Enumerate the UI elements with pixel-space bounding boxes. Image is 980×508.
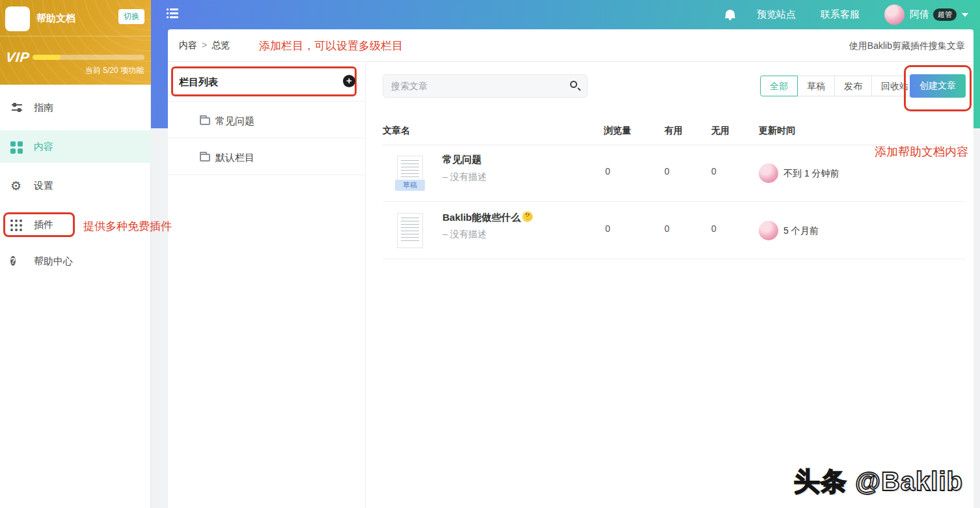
article-description: – 没有描述 (442, 229, 487, 240)
vip-logo: VIP (5, 49, 31, 65)
sidebar-item-label: 插件 (34, 219, 53, 231)
site-logo (5, 7, 30, 31)
table-row[interactable]: 草稿 常见问题 – 没有描述 0 0 0 不到 1 分钟前 (383, 145, 965, 202)
site-title: 帮助文档 (36, 12, 75, 25)
article-thumbnail (397, 213, 423, 248)
dots-grid-icon (10, 218, 23, 231)
column-header-article-name: 文章名 (383, 125, 410, 137)
table-row[interactable]: Baklib能做些什么🤔 – 没有描述 0 0 0 5 个月前 (383, 202, 965, 259)
sidebar-item-label: 设置 (34, 180, 53, 192)
vip-progress-fill (33, 55, 61, 60)
updated-time: 不到 1 分钟前 (783, 168, 839, 180)
useful-count: 0 (664, 166, 670, 176)
column-header-views: 浏览量 (604, 125, 631, 137)
annotation-plugins-text: 提供多种免费插件 (83, 219, 172, 234)
sidebar-item-guide[interactable]: 指南 (0, 93, 151, 122)
user-avatar (884, 5, 905, 25)
folder-icon (200, 154, 210, 162)
breadcrumb-separator: > (202, 40, 207, 50)
sidebar-header-divider (0, 36, 151, 36)
preview-site-link[interactable]: 预览站点 (757, 8, 796, 21)
search-input[interactable] (383, 74, 588, 98)
sidebar-item-help-center[interactable]: ? 帮助中心 (0, 247, 151, 275)
breadcrumb-current: 总览 (211, 40, 230, 50)
gear-icon: ⚙ (10, 179, 23, 192)
folder-icon (200, 117, 210, 125)
column-item-faq[interactable]: 常见问题 (168, 101, 366, 138)
notification-bell-icon[interactable] (725, 8, 736, 21)
column-item-label: 常见问题 (215, 115, 254, 128)
breadcrumb-section[interactable]: 内容 (179, 40, 197, 50)
vip-progress-caption: 当前 5/20 项功能 (85, 65, 144, 76)
column-item-default[interactable]: 默认栏目 (168, 138, 366, 175)
column-list-panel: 栏目列表 + 常见问题 默认栏目 (168, 62, 366, 508)
sidebar-item-label: 帮助中心 (34, 255, 73, 268)
article-description: – 没有描述 (442, 171, 487, 183)
contact-support-link[interactable]: 联系客服 (821, 8, 860, 21)
editor-avatar (759, 163, 778, 183)
sidebar-item-label: 指南 (34, 102, 53, 114)
watermark: 头条 @Baklib (794, 464, 963, 500)
column-header-useless: 无用 (711, 125, 729, 137)
sidebar: 帮助文档 切换 VIP 当前 5/20 项功能 指南 内容 ⚙ 设置 插件 (0, 0, 151, 508)
column-list-title: 栏目列表 (179, 76, 218, 89)
thinking-face-emoji: 🤔 (522, 211, 533, 222)
grid-icon (10, 140, 23, 153)
status-filter-group: 全部 草稿 发布 回收站 (760, 76, 918, 96)
article-title[interactable]: Baklib能做些什么🤔 (442, 211, 533, 224)
views-count: 0 (605, 166, 610, 176)
vip-progress-bar (33, 55, 144, 60)
editor-avatar (759, 221, 778, 240)
hamburger-menu-icon[interactable] (167, 8, 178, 19)
clip-plugin-hint: 使用Baklib剪藏插件搜集文章 (849, 40, 965, 52)
draft-status-badge: 草稿 (395, 180, 425, 191)
search-box (383, 74, 588, 98)
username: 阿倩 (910, 8, 929, 21)
main-card: 内容>总览 添加栏目，可以设置多级栏目 使用Baklib剪藏插件搜集文章 栏目列… (168, 29, 973, 508)
add-column-button[interactable]: + (343, 75, 355, 87)
filter-published[interactable]: 发布 (834, 76, 872, 96)
role-badge: 超管 (933, 8, 957, 21)
app-root: 预览站点 联系客服 阿倩 超管 帮助文档 切换 VIP 当前 5/20 项功能 … (0, 0, 980, 508)
column-header-useful: 有用 (664, 125, 683, 137)
sidebar-item-settings[interactable]: ⚙ 设置 (0, 171, 151, 200)
views-count: 0 (605, 223, 610, 234)
filter-draft[interactable]: 草稿 (797, 76, 835, 96)
useless-count: 0 (711, 223, 716, 234)
breadcrumb: 内容>总览 (179, 40, 230, 51)
column-item-label: 默认栏目 (215, 152, 254, 164)
updated-time: 5 个月前 (783, 225, 819, 237)
useful-count: 0 (664, 223, 670, 234)
switch-site-button[interactable]: 切换 (118, 9, 144, 24)
user-menu[interactable]: 阿倩 超管 (884, 5, 968, 25)
search-icon (570, 81, 577, 88)
useless-count: 0 (711, 166, 716, 176)
chevron-down-icon (962, 13, 968, 17)
article-title[interactable]: 常见问题 (442, 154, 482, 166)
sliders-icon (10, 101, 23, 114)
question-circle-icon: ? (10, 255, 23, 268)
create-article-button[interactable]: 创建文章 (910, 74, 966, 98)
breadcrumb-bar: 内容>总览 添加栏目，可以设置多级栏目 使用Baklib剪藏插件搜集文章 (168, 29, 973, 62)
annotation-columns-text: 添加栏目，可以设置多级栏目 (259, 38, 403, 53)
sidebar-item-content[interactable]: 内容 (0, 130, 151, 163)
filter-all[interactable]: 全部 (760, 76, 798, 96)
sidebar-item-label: 内容 (34, 141, 53, 153)
topbar: 预览站点 联系客服 阿倩 超管 (725, 0, 968, 29)
column-header-updated: 更新时间 (759, 125, 795, 137)
